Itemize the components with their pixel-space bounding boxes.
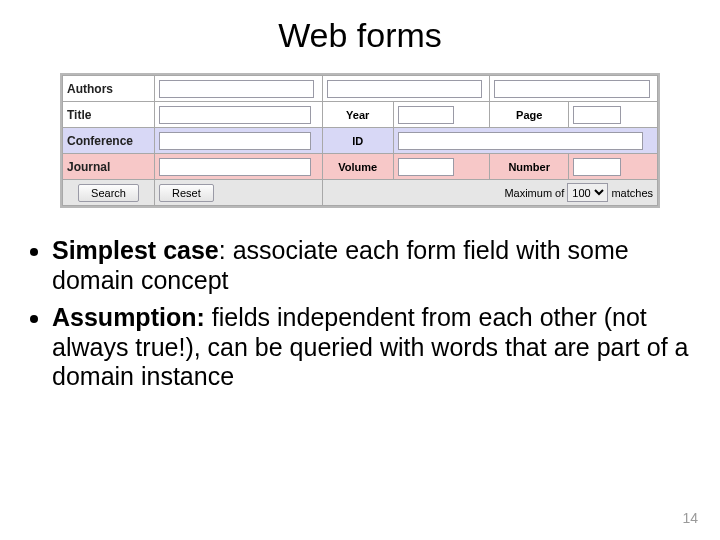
year-input[interactable] bbox=[398, 106, 454, 124]
max-select[interactable]: 100 bbox=[567, 183, 608, 202]
volume-input[interactable] bbox=[398, 158, 454, 176]
authors-input-1[interactable] bbox=[159, 80, 314, 98]
label-number: Number bbox=[490, 154, 569, 180]
journal-input[interactable] bbox=[159, 158, 311, 176]
label-conference: Conference bbox=[63, 128, 155, 154]
page-number: 14 bbox=[682, 510, 698, 526]
bullet-1-bold: Simplest case bbox=[52, 236, 219, 264]
label-authors: Authors bbox=[63, 76, 155, 102]
label-volume: Volume bbox=[322, 154, 393, 180]
label-id: ID bbox=[322, 128, 393, 154]
authors-input-2[interactable] bbox=[327, 80, 482, 98]
slide-title: Web forms bbox=[20, 16, 700, 55]
label-page: Page bbox=[490, 102, 569, 128]
bullet-list: Simplest case: associate each form field… bbox=[26, 236, 694, 392]
slide: Web forms Authors Title Year Page Confer… bbox=[0, 0, 720, 540]
max-prefix: Maximum of bbox=[504, 187, 564, 199]
reset-button[interactable]: Reset bbox=[159, 184, 214, 202]
title-input[interactable] bbox=[159, 106, 311, 124]
bullet-1: Simplest case: associate each form field… bbox=[52, 236, 694, 295]
number-input[interactable] bbox=[573, 158, 621, 176]
max-suffix: matches bbox=[611, 187, 653, 199]
bullet-2: Assumption: fields independent from each… bbox=[52, 303, 694, 392]
search-button[interactable]: Search bbox=[78, 184, 139, 202]
label-journal: Journal bbox=[63, 154, 155, 180]
search-form: Authors Title Year Page Conference ID bbox=[60, 73, 660, 208]
label-year: Year bbox=[322, 102, 393, 128]
page-input[interactable] bbox=[573, 106, 621, 124]
form-table: Authors Title Year Page Conference ID bbox=[62, 75, 658, 206]
bullet-2-bold: Assumption: bbox=[52, 303, 205, 331]
id-input[interactable] bbox=[398, 132, 643, 150]
conference-input[interactable] bbox=[159, 132, 311, 150]
label-title: Title bbox=[63, 102, 155, 128]
authors-input-3[interactable] bbox=[494, 80, 650, 98]
